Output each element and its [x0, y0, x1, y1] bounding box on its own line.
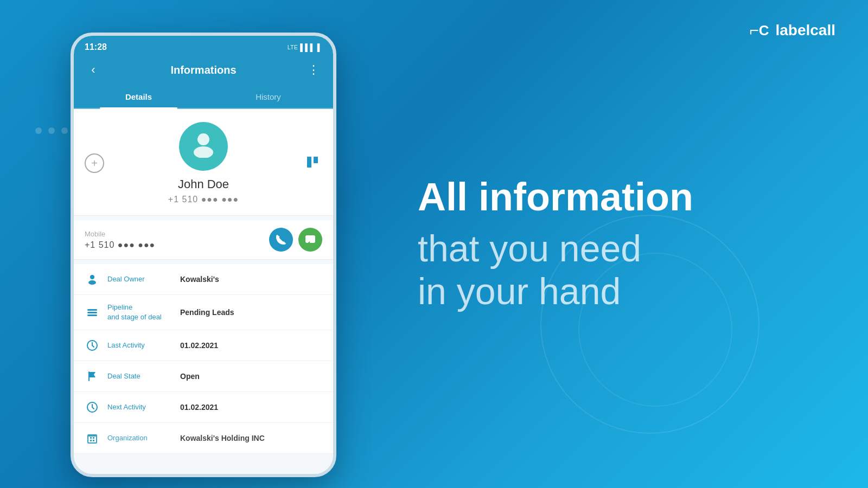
info-row-pipeline: Pipelineand stage of deal Pending Leads	[74, 295, 333, 330]
battery-icon: ▌	[317, 43, 322, 52]
hero-line1: All information	[418, 176, 825, 219]
more-button[interactable]: ⋮	[305, 63, 322, 77]
last-activity-label: Last Activity	[107, 341, 173, 350]
pipeline-label: Pipelineand stage of deal	[107, 303, 173, 322]
svg-rect-2	[305, 235, 315, 243]
app-bar-title: Informations	[170, 64, 236, 76]
flag-icon	[85, 369, 100, 384]
svg-rect-5	[87, 312, 97, 313]
svg-rect-12	[93, 437, 94, 439]
call-button[interactable]	[269, 228, 293, 252]
pipeline-value: Pending Leads	[180, 308, 234, 317]
mobile-label: Mobile	[85, 230, 155, 238]
tab-history[interactable]: History	[203, 86, 333, 108]
tab-bar: Details History	[74, 86, 333, 109]
status-bar: 11:28 LTE ▌▌▌ ▌	[74, 36, 333, 56]
back-button[interactable]: ‹	[85, 63, 102, 77]
pipeline-icon	[85, 305, 100, 320]
message-button[interactable]	[298, 228, 322, 252]
phone-frame: 11:28 LTE ▌▌▌ ▌ ‹ Informations ⋮ Details…	[71, 33, 336, 477]
hero-lines: that you need in your hand	[418, 227, 825, 312]
tab-details[interactable]: Details	[74, 86, 203, 108]
svg-point-1	[194, 146, 213, 158]
svg-point-4	[88, 280, 96, 285]
contact-header: + John Doe +1 510 ●●● ●●●	[74, 109, 333, 216]
deal-owner-value: Kowalski's	[180, 275, 219, 284]
person-icon	[189, 130, 218, 164]
person-icon	[85, 272, 100, 287]
hero-line3: in your hand	[418, 271, 621, 312]
organization-label: Organization	[107, 434, 173, 443]
add-button[interactable]: +	[85, 153, 104, 173]
info-row-deal-state: Deal State Open	[74, 361, 333, 392]
building-icon	[85, 431, 100, 446]
labelcall-crm-icon[interactable]	[303, 155, 322, 172]
mobile-info: Mobile +1 510 ●●● ●●●	[85, 230, 155, 250]
deal-state-value: Open	[180, 372, 200, 381]
info-row-next-activity: Next Activity 01.02.2021	[74, 392, 333, 423]
action-buttons	[269, 228, 322, 252]
svg-point-0	[197, 133, 209, 145]
clock2-icon	[85, 400, 100, 415]
mobile-section: Mobile +1 510 ●●● ●●●	[74, 220, 333, 260]
hero-section: All information that you need in your ha…	[353, 0, 868, 488]
info-section: Deal Owner Kowalski's Pipelineand stage …	[74, 264, 333, 454]
mobile-number: +1 510 ●●● ●●●	[85, 240, 155, 250]
status-time: 11:28	[85, 42, 107, 52]
contact-center: John Doe +1 510 ●●● ●●●	[104, 122, 303, 204]
hero-line2: that you need	[418, 228, 641, 269]
svg-rect-6	[87, 309, 97, 311]
deal-owner-label: Deal Owner	[107, 275, 173, 284]
phone-mockup: 11:28 LTE ▌▌▌ ▌ ‹ Informations ⋮ Details…	[71, 33, 336, 477]
deal-state-label: Deal State	[107, 372, 173, 381]
info-row-deal-owner: Deal Owner Kowalski's	[74, 264, 333, 295]
last-activity-value: 01.02.2021	[180, 341, 218, 350]
svg-rect-11	[90, 437, 92, 439]
svg-rect-13	[90, 440, 92, 441]
svg-point-3	[90, 275, 94, 279]
next-activity-label: Next Activity	[107, 403, 173, 412]
status-icons: LTE ▌▌▌ ▌	[288, 43, 322, 52]
svg-rect-7	[87, 314, 97, 316]
svg-rect-14	[93, 440, 94, 441]
avatar	[179, 122, 228, 171]
contact-phone: +1 510 ●●● ●●●	[168, 195, 239, 204]
bars-icon: ▌▌▌	[300, 43, 315, 52]
info-row-organization: Organization Kowalski's Holding INC	[74, 423, 333, 454]
info-row-last-activity: Last Activity 01.02.2021	[74, 330, 333, 361]
app-bar: ‹ Informations ⋮	[74, 56, 333, 86]
signal-icon: LTE	[288, 44, 298, 50]
clock-icon	[85, 338, 100, 353]
content-area: + John Doe +1 510 ●●● ●●●	[74, 109, 333, 474]
plus-icon: +	[91, 158, 98, 169]
next-activity-value: 01.02.2021	[180, 403, 218, 412]
contact-name: John Doe	[178, 177, 229, 191]
organization-value: Kowalski's Holding INC	[180, 434, 265, 442]
